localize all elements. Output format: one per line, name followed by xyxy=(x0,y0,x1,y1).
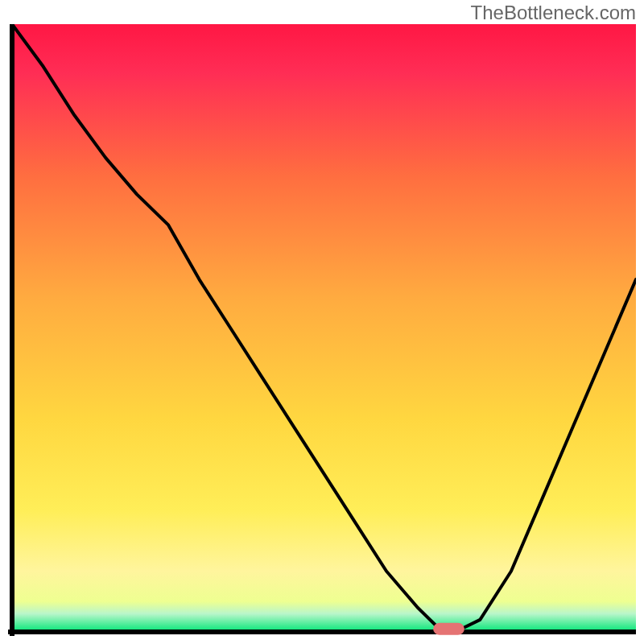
chart-background xyxy=(12,24,636,632)
optimal-marker xyxy=(433,623,464,635)
chart-container xyxy=(8,24,636,636)
chart-svg xyxy=(8,24,636,636)
watermark-text: TheBottleneck.com xyxy=(471,2,636,24)
